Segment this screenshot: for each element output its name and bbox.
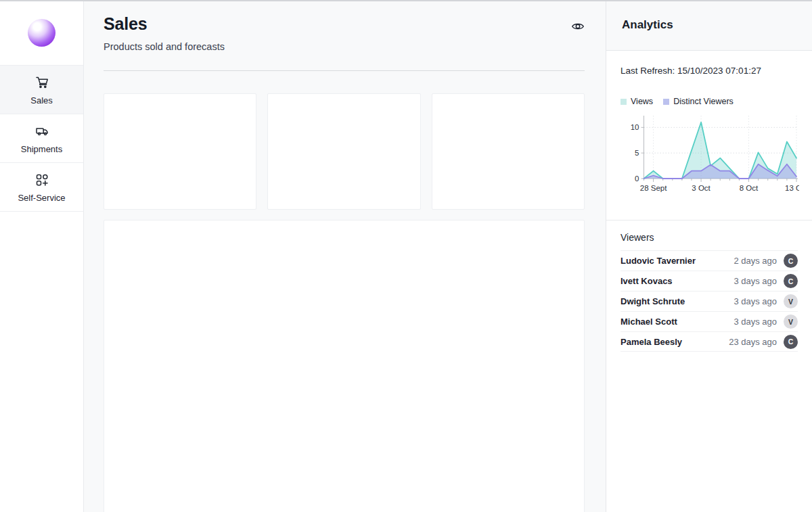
svg-text:0: 0 xyxy=(635,174,639,183)
viewer-name: Dwight Schrute xyxy=(621,296,685,306)
viewer-name: Pamela Beesly xyxy=(621,337,682,347)
truck-icon xyxy=(34,123,50,139)
placeholder-card xyxy=(267,93,420,210)
analytics-panel: Analytics Last Refresh: 15/10/2023 07:01… xyxy=(606,0,812,512)
viewer-last-viewed: 2 days ago xyxy=(734,256,784,266)
analytics-title: Analytics xyxy=(622,18,673,32)
viewer-name: Ludovic Tavernier xyxy=(621,256,696,266)
viewer-role-badge: C xyxy=(784,254,798,268)
viewer-role-badge: V xyxy=(784,315,798,329)
distinct-viewers-legend-label: Distinct Viewers xyxy=(673,97,734,106)
sidebar-item-shipments-label: Shipments xyxy=(21,144,62,154)
analytics-panel-body: Last Refresh: 15/10/2023 07:01:27 Views … xyxy=(606,51,812,198)
views-swatch xyxy=(621,99,627,105)
eye-icon xyxy=(571,20,585,36)
sidebar-item-shipments[interactable]: Shipments xyxy=(0,114,83,163)
svg-text:5: 5 xyxy=(635,149,639,157)
distinct-viewers-swatch xyxy=(663,99,669,105)
svg-text:10: 10 xyxy=(631,123,639,131)
views-legend-label: Views xyxy=(631,97,653,106)
main-content: Sales Products sold and forecasts xyxy=(84,0,606,512)
placeholder-card xyxy=(432,93,585,210)
window-top-border xyxy=(0,0,812,1)
svg-text:13 Oct: 13 Oct xyxy=(785,184,799,192)
chart-legend: Views Distinct Viewers xyxy=(621,97,798,106)
viewers-section: Viewers Ludovic Tavernier 2 days ago C I… xyxy=(606,220,812,352)
sidebar: Sales Shipments xyxy=(0,0,84,512)
sidebar-item-sales-label: Sales xyxy=(30,95,53,106)
eye-button[interactable] xyxy=(569,19,587,37)
cart-icon xyxy=(34,74,50,91)
viewer-row[interactable]: Pamela Beesly 23 days ago C xyxy=(621,331,798,352)
last-refresh-text: Last Refresh: 15/10/2023 07:01:27 xyxy=(621,66,798,76)
viewers-title: Viewers xyxy=(621,232,798,243)
page-subtitle: Products sold and forecasts xyxy=(104,41,225,52)
viewer-role-badge: C xyxy=(784,335,798,349)
viewer-role-badge: C xyxy=(784,274,798,288)
app-logo xyxy=(28,19,55,47)
sidebar-item-self-service-label: Self-Service xyxy=(18,193,65,203)
placeholder-card-large xyxy=(104,220,585,512)
svg-text:8 Oct: 8 Oct xyxy=(740,184,759,192)
svg-text:3 Oct: 3 Oct xyxy=(692,184,710,192)
viewer-row[interactable]: Dwight Schrute 3 days ago V xyxy=(621,291,798,311)
legend-item-views: Views xyxy=(621,97,653,106)
viewer-last-viewed: 3 days ago xyxy=(734,317,784,327)
logo-cell[interactable] xyxy=(0,0,83,66)
analytics-chart-svg: 051028 Sept3 Oct8 Oct13 Oct xyxy=(621,110,799,195)
sidebar-item-sales[interactable]: Sales xyxy=(0,66,83,114)
viewer-last-viewed: 3 days ago xyxy=(734,296,784,306)
viewer-last-viewed: 3 days ago xyxy=(734,276,784,286)
viewer-last-viewed: 23 days ago xyxy=(729,337,784,347)
placeholder-cards-row xyxy=(104,93,585,210)
analytics-panel-header: Analytics xyxy=(606,0,812,51)
app-window: Sales Shipments xyxy=(0,0,812,512)
placeholder-card xyxy=(104,93,256,210)
viewer-role-badge: V xyxy=(784,294,798,308)
page-title: Sales xyxy=(104,14,147,34)
svg-text:28 Sept: 28 Sept xyxy=(640,184,667,192)
grid-plus-icon xyxy=(34,172,50,188)
viewer-name: Michael Scott xyxy=(621,317,677,327)
legend-item-distinct-viewers: Distinct Viewers xyxy=(663,97,734,106)
viewer-row[interactable]: Michael Scott 3 days ago V xyxy=(621,311,798,331)
viewers-list: Ludovic Tavernier 2 days ago C Ivett Kov… xyxy=(621,250,798,352)
header-divider xyxy=(104,70,585,71)
viewer-name: Ivett Kovacs xyxy=(621,276,673,286)
viewer-row[interactable]: Ivett Kovacs 3 days ago C xyxy=(621,271,798,291)
viewer-row[interactable]: Ludovic Tavernier 2 days ago C xyxy=(621,250,798,271)
main-header: Sales Products sold and forecasts xyxy=(84,0,606,71)
analytics-chart: 051028 Sept3 Oct8 Oct13 Oct xyxy=(621,110,798,198)
sidebar-item-self-service[interactable]: Self-Service xyxy=(0,163,83,212)
